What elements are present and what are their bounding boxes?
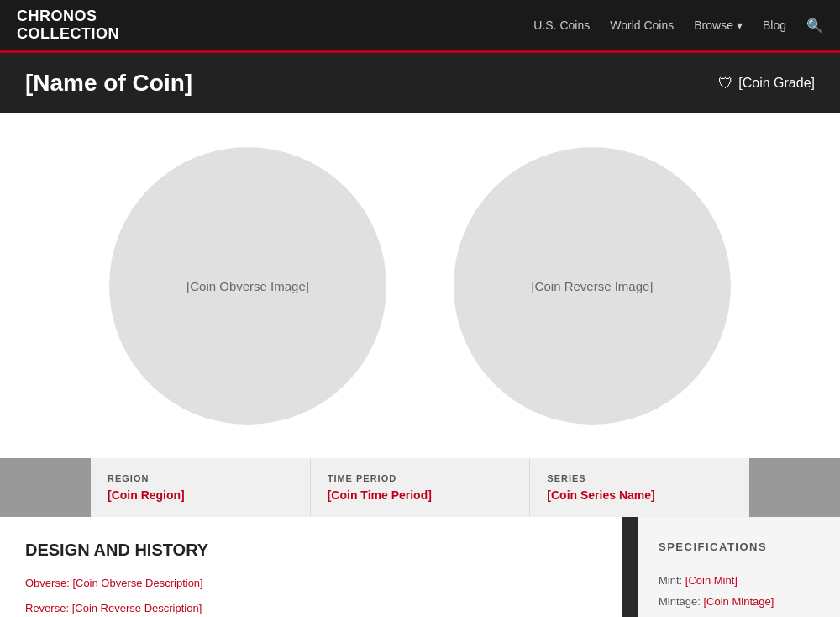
specifications-title: SPECIFICATIONS	[659, 541, 820, 553]
obverse-description: Obverse: [Coin Obverse Description]	[25, 575, 596, 592]
reverse-label: [Coin Reverse Image]	[531, 279, 653, 293]
mint-value: [Coin Mint]	[685, 574, 738, 587]
metadata-time-period: TIME PERIOD [Coin Time Period]	[311, 458, 531, 517]
search-icon: 🔍	[806, 18, 823, 33]
metadata-left-spacer	[0, 458, 91, 517]
series-label: SERIES	[547, 473, 732, 483]
obverse-desc-value: [Coin Obverse Description]	[72, 577, 202, 589]
design-history-title: DESIGN AND HISTORY	[25, 541, 596, 560]
specs-divider	[659, 562, 820, 562]
main-nav: U.S. Coins World Coins Browse ▾ Blog 🔍	[533, 18, 823, 34]
shield-icon: 🛡	[718, 75, 733, 92]
series-value: [Coin Series Name]	[547, 488, 732, 502]
coin-reverse-image: [Coin Reverse Image]	[454, 147, 731, 425]
search-button[interactable]: 🔍	[806, 18, 823, 34]
chevron-down-icon: ▾	[737, 18, 743, 32]
logo-line1: CHRONOS	[17, 8, 97, 24]
coin-grade: 🛡 [Coin Grade]	[718, 75, 815, 92]
coin-name: [Name of Coin]	[25, 70, 192, 97]
metadata-items: REGION [Coin Region] TIME PERIOD [Coin T…	[91, 458, 749, 517]
spec-mintage: Mintage: [Coin Mintage]	[659, 595, 820, 608]
obverse-desc-label: Obverse:	[25, 577, 70, 589]
metadata-series: SERIES [Coin Series Name]	[530, 458, 749, 517]
coin-grade-label: [Coin Grade]	[738, 76, 815, 91]
mintage-label: Mintage:	[659, 595, 701, 608]
time-period-label: TIME PERIOD	[328, 473, 513, 483]
region-value: [Coin Region]	[108, 488, 293, 502]
specifications-section: SPECIFICATIONS Mint: [Coin Mint] Mintage…	[638, 517, 840, 617]
mint-label: Mint:	[659, 574, 682, 587]
coin-obverse-image: [Coin Obverse Image]	[109, 147, 386, 425]
nav-blog[interactable]: Blog	[763, 18, 786, 32]
design-history-section: DESIGN AND HISTORY Obverse: [Coin Obvers…	[0, 517, 622, 617]
coin-images-area: [Coin Obverse Image] [Coin Reverse Image…	[0, 113, 840, 458]
header: CHRONOS COLLECTION U.S. Coins World Coin…	[0, 0, 840, 50]
spec-mint: Mint: [Coin Mint]	[659, 574, 820, 587]
content-divider	[622, 517, 638, 617]
metadata-region: REGION [Coin Region]	[91, 458, 311, 517]
coin-title-bar: [Name of Coin] 🛡 [Coin Grade]	[0, 53, 840, 113]
reverse-desc-label: Reverse:	[25, 602, 69, 614]
nav-world-coins[interactable]: World Coins	[610, 18, 674, 32]
metadata-right-spacer	[749, 458, 840, 517]
content-area: DESIGN AND HISTORY Obverse: [Coin Obvers…	[0, 517, 840, 617]
nav-browse[interactable]: Browse ▾	[694, 18, 743, 32]
metadata-row: REGION [Coin Region] TIME PERIOD [Coin T…	[0, 458, 840, 517]
time-period-value: [Coin Time Period]	[328, 488, 513, 502]
logo: CHRONOS COLLECTION	[17, 8, 119, 42]
mintage-value: [Coin Mintage]	[704, 595, 774, 608]
obverse-label: [Coin Obverse Image]	[186, 279, 309, 293]
logo-line2: COLLECTION	[17, 25, 119, 42]
browse-label: Browse	[694, 18, 733, 32]
reverse-desc-value: [Coin Reverse Description]	[72, 602, 202, 614]
reverse-description: Reverse: [Coin Reverse Description]	[25, 600, 596, 617]
nav-us-coins[interactable]: U.S. Coins	[533, 18, 590, 32]
region-label: REGION	[108, 473, 293, 483]
